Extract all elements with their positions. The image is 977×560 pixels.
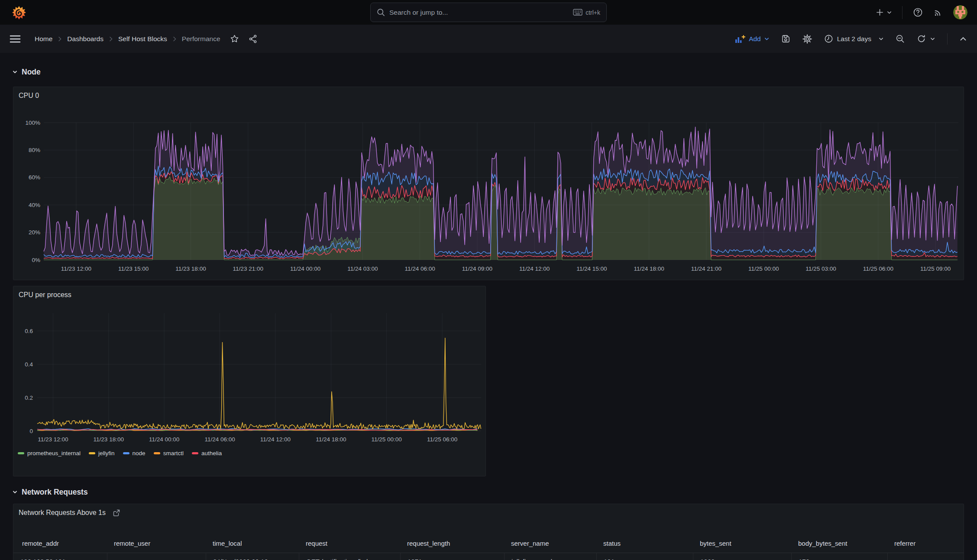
time-range-label: Last 2 days [837, 35, 871, 43]
refresh-icon [917, 34, 926, 43]
keyboard-icon [573, 9, 582, 16]
x-tick-label: 11/25 06:00 [863, 265, 893, 272]
favorite-button[interactable] [230, 34, 239, 43]
section-network-requests[interactable]: Network Requests [12, 484, 88, 500]
x-tick-label: 11/23 21:00 [233, 265, 263, 272]
table-cell: GET /notifications/hub [299, 553, 400, 560]
table-cell: jellyfin.example.com [504, 553, 596, 560]
legend-item-smartctl[interactable]: smartctl [154, 450, 184, 456]
x-tick-label: 11/24 18:00 [316, 436, 346, 443]
external-link-icon[interactable] [112, 509, 120, 517]
column-header-referrer[interactable]: referrer [887, 534, 964, 553]
column-header-body_bytes_sent[interactable]: body_bytes_sent [791, 534, 887, 553]
breadcrumb-folder[interactable]: Self Host Blocks [118, 35, 167, 43]
x-tick-label: 11/23 12:00 [38, 436, 68, 443]
x-tick-label: 11/24 06:00 [204, 436, 235, 443]
chevron-up-icon [960, 36, 967, 41]
news-button[interactable] [933, 8, 943, 17]
y-tick-label: 0.2 [25, 395, 33, 401]
table-cell: 101 [596, 553, 693, 560]
legend-chip [18, 452, 24, 454]
menu-toggle-button[interactable] [10, 35, 21, 43]
column-header-remote_user[interactable]: remote_user [107, 534, 206, 553]
y-tick-label: 0% [32, 257, 40, 263]
breadcrumb-home[interactable]: Home [35, 35, 52, 43]
legend-label: prometheus_internal [27, 450, 81, 456]
x-tick-label: 11/24 03:00 [347, 265, 378, 272]
table-cell: 1071 [400, 553, 504, 560]
y-tick-label: 100% [25, 120, 40, 126]
y-tick-label: 0.6 [25, 328, 33, 334]
chevron-down-icon [930, 37, 935, 41]
star-icon [230, 34, 239, 43]
y-tick-label: 60% [29, 174, 40, 181]
time-range-picker[interactable]: Last 2 days [824, 34, 883, 43]
panel-cpu0: CPU 0 11/23 12:0011/23 15:0011/23 18:001… [13, 87, 964, 280]
legend-item-authelia[interactable]: authelia [192, 450, 222, 456]
panel-cpu-per-process: CPU per process 11/23 12:0011/23 18:0011… [13, 286, 486, 476]
x-tick-label: 11/24 00:00 [290, 265, 320, 272]
add-panel-button[interactable]: Add [735, 35, 769, 43]
legend-label: smartctl [163, 450, 184, 456]
share-button[interactable] [249, 34, 258, 43]
column-header-request[interactable]: request [299, 534, 400, 553]
chevron-right-icon [173, 36, 176, 42]
x-tick-label: 11/24 09:00 [462, 265, 492, 272]
table-cell: 1063 [693, 553, 791, 560]
y-tick-label: 80% [29, 147, 40, 153]
breadcrumb-bar: Home Dashboards Self Host Blocks Perform… [0, 25, 977, 53]
search-placeholder: Search or jump to... [389, 9, 573, 16]
panel-network-requests-table: Network Requests Above 1s remote_addrrem… [13, 504, 964, 560]
legend-chip [154, 452, 160, 454]
refresh-button[interactable] [917, 34, 935, 43]
cpu0-chart[interactable]: 11/23 12:0011/23 15:0011/23 18:0011/23 2… [13, 87, 964, 280]
search-icon [377, 8, 385, 16]
collapse-toolbar-button[interactable] [960, 36, 967, 41]
legend-item-prometheus_internal[interactable]: prometheus_internal [18, 450, 81, 456]
section-node[interactable]: Node [12, 64, 41, 80]
gear-icon [802, 34, 812, 44]
x-tick-label: 11/23 18:00 [94, 436, 124, 443]
dashboard-toolbar: Add La [735, 33, 967, 45]
table-cell: 172 [791, 553, 887, 560]
chevron-down-icon [764, 37, 769, 41]
y-tick-label: 40% [29, 202, 40, 208]
column-header-bytes_sent[interactable]: bytes_sent [693, 534, 791, 553]
x-tick-label: 11/25 03:00 [806, 265, 836, 272]
dashboard-settings-button[interactable] [802, 34, 812, 44]
panel-table-title[interactable]: Network Requests Above 1s [19, 509, 120, 517]
chevron-right-icon [109, 36, 113, 42]
x-tick-label: 11/24 21:00 [691, 265, 721, 272]
legend-item-node[interactable]: node [123, 450, 146, 456]
legend-item-jellyfin[interactable]: jellyfin [89, 450, 115, 456]
y-tick-label: 0 [29, 428, 33, 434]
top-bar: Search or jump to... ctrl+k [0, 0, 977, 25]
column-header-status[interactable]: status [596, 534, 693, 553]
x-tick-label: 11/25 00:00 [748, 265, 779, 272]
y-tick-label: 20% [29, 229, 40, 236]
grafana-logo[interactable] [12, 6, 26, 19]
x-tick-label: 11/24 12:00 [519, 265, 550, 272]
avatar[interactable] [953, 5, 967, 19]
plus-icon [876, 8, 884, 16]
column-header-remote_addr[interactable]: remote_addr [13, 534, 107, 553]
help-button[interactable] [913, 7, 923, 17]
column-header-request_length[interactable]: request_length [400, 534, 504, 553]
breadcrumb-dashboards[interactable]: Dashboards [67, 35, 104, 43]
column-header-server_name[interactable]: server_name [504, 534, 596, 553]
add-label: Add [749, 35, 761, 43]
new-menu-button[interactable] [876, 8, 892, 16]
table-cell: 192.168.50.101 [13, 553, 107, 560]
chevron-down-icon [12, 490, 18, 495]
table-cell [107, 553, 206, 560]
x-tick-label: 11/25 00:00 [372, 436, 402, 443]
save-dashboard-button[interactable] [781, 34, 790, 43]
toolbar-divider [947, 33, 948, 45]
legend-chip [123, 452, 129, 454]
column-header-time_local[interactable]: time_local [206, 534, 299, 553]
search-input[interactable]: Search or jump to... ctrl+k [370, 3, 607, 22]
zoom-out-button[interactable] [896, 34, 905, 43]
cpu-per-process-chart[interactable]: 11/23 12:0011/23 18:0011/24 00:0011/24 0… [13, 286, 485, 476]
clock-icon [824, 34, 833, 43]
legend-label: authelia [201, 450, 222, 456]
